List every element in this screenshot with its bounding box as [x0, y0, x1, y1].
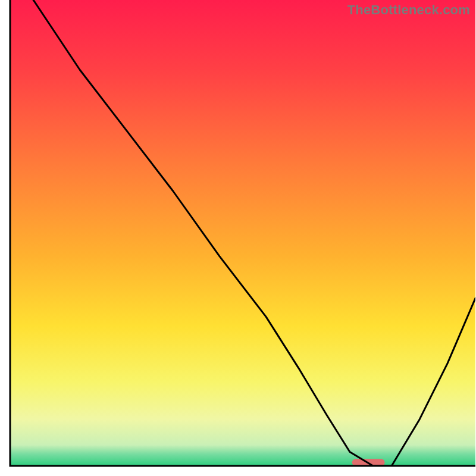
chart-container: TheBottleneck.com [0, 0, 476, 476]
watermark-text: TheBottleneck.com [347, 2, 470, 18]
bottleneck-chart [0, 0, 476, 476]
